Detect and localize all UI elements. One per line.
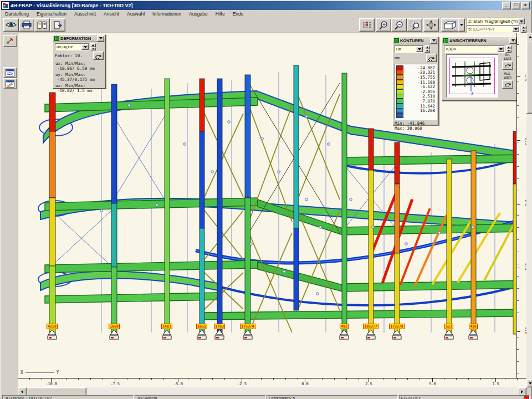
- close-button[interactable]: x: [521, 2, 530, 9]
- legend-color-swatch: [396, 113, 403, 118]
- contour-legend: -24.887 -20.321 -15.755 -11.188: [395, 64, 437, 120]
- arrow-up-icon: [529, 36, 532, 38]
- load-case-combo-arrow[interactable]: [512, 26, 519, 32]
- support-node-label: 1753/4: [240, 324, 255, 329]
- support: 436: [466, 324, 480, 341]
- window-sketch-thumbnail-button[interactable]: [3, 78, 17, 89]
- ansicht-action-button[interactable]: [502, 61, 513, 70]
- deformation-value-row: uy: Min/Max: -45.37/0.175 mm: [55, 73, 104, 82]
- view-eye-button[interactable]: [3, 18, 19, 32]
- exit-button[interactable]: [50, 18, 65, 32]
- legend-row: [396, 113, 435, 118]
- maximize-button[interactable]: □: [511, 2, 520, 9]
- vertical-scroll-thumb[interactable]: [526, 40, 532, 114]
- menubar: DarstellungEigenschaftenAusschnittAnsich…: [1, 10, 531, 17]
- view-preview-thumbnail[interactable]: 2: [446, 54, 498, 98]
- support-node-label: 1669: [109, 324, 120, 329]
- support: 1483: [160, 324, 174, 341]
- app-icon: [2, 2, 9, 9]
- print-button[interactable]: [19, 18, 34, 32]
- status-field: 3D-System: [135, 395, 266, 399]
- pan-button[interactable]: [423, 18, 439, 32]
- menu-item[interactable]: Ende: [229, 11, 248, 17]
- view-combo[interactable]: <3D>: [444, 45, 505, 53]
- legend-row: -24.887: [396, 65, 435, 70]
- load-case-spinner[interactable]: [521, 25, 526, 33]
- minimize-button[interactable]: _: [502, 2, 511, 9]
- panel-icon: [54, 36, 59, 41]
- legend-row: 11.642: [396, 104, 435, 109]
- deformation-panel-titlebar[interactable]: DEFORMATION: [53, 35, 105, 42]
- manual-button[interactable]: [34, 18, 50, 32]
- menu-item[interactable]: Ausgabe: [185, 11, 212, 17]
- result-case-combo[interactable]: 2: Stahl Tragfähigkeit (Th. 2. O: [467, 18, 525, 25]
- ruler-minor-ticks: [517, 33, 519, 378]
- support-symbol-icon: [195, 329, 208, 341]
- display-options-button[interactable]: [359, 18, 375, 32]
- panel-icon: [443, 38, 448, 43]
- konturen-spinner[interactable]: [424, 45, 430, 53]
- menu-item[interactable]: Auswahl: [123, 11, 149, 17]
- panel-icon: [394, 38, 399, 43]
- status-field: EG+P+Y-T: [399, 395, 530, 399]
- menu-item[interactable]: Ansicht: [100, 11, 123, 17]
- status-field: 3D-Rampe - TIO+TIIO V2: [2, 395, 134, 399]
- view-number-label: 2: [471, 91, 473, 96]
- deformation-spinner[interactable]: [90, 43, 96, 50]
- konturen-rollup-button[interactable]: [430, 38, 437, 44]
- legend-row: -15.755: [396, 75, 435, 80]
- menu-item[interactable]: Ausschnitt: [70, 11, 100, 17]
- menu-item[interactable]: Eigenschaften: [33, 11, 70, 17]
- konturen-quantity-combo[interactable]: un: [395, 45, 423, 53]
- support: 1753/4: [241, 324, 255, 341]
- zoom-in-button[interactable]: [376, 18, 391, 32]
- ansicht-rollup-button[interactable]: [509, 38, 516, 44]
- zoom-window-button[interactable]: [407, 18, 422, 32]
- support-symbol-icon: [364, 329, 377, 341]
- unit-label: mm: [395, 55, 400, 60]
- book-icon: [37, 21, 47, 29]
- result-case-combo-arrow[interactable]: [518, 18, 525, 24]
- ansicht-action-button[interactable]: [502, 80, 513, 89]
- view-3d-dropdown-button[interactable]: [458, 18, 465, 32]
- redraw-icon: [6, 37, 14, 45]
- support-symbol-icon: [442, 329, 456, 341]
- konturen-panel-titlebar[interactable]: KONTUREN: [393, 37, 438, 44]
- status-indicator-icon: [524, 396, 529, 399]
- menu-item[interactable]: Informationen: [149, 11, 185, 17]
- view-spinner[interactable]: [506, 45, 511, 53]
- deformation-component-combo[interactable]: ux,uy,uz: [55, 43, 89, 50]
- ansicht-panel-titlebar[interactable]: ANSICHT/EBENEN: [442, 37, 518, 44]
- deformation-rollup-button[interactable]: [97, 35, 104, 42]
- arrow-right-icon: [521, 390, 523, 393]
- zoom-in-icon: [378, 21, 388, 30]
- view-3d-button[interactable]: [441, 18, 459, 32]
- window-sketch-icon: [6, 80, 14, 88]
- legend-row: 7.076: [396, 99, 435, 104]
- support-symbol-icon: [390, 329, 403, 341]
- support: 1651: [195, 324, 209, 341]
- menu-item[interactable]: Hilfe: [212, 11, 229, 17]
- ansicht-action: An- sicht: [502, 53, 513, 70]
- scroll-down-button[interactable]: [526, 379, 532, 387]
- deformation-panel: DEFORMATION ux,uy,uz Faktor: 10.: [53, 34, 106, 89]
- deformation-apply-button[interactable]: [93, 52, 104, 60]
- support-node-label: 1763: [214, 324, 225, 329]
- vertical-scrollbar[interactable]: [526, 33, 532, 387]
- axis-indicator: X Y: [21, 370, 59, 375]
- view-3d-dropdown-icon: [460, 24, 463, 26]
- apply-arrow-icon: [428, 55, 435, 61]
- redraw-button[interactable]: [3, 35, 17, 47]
- horizontal-scrollbar[interactable]: [18, 387, 526, 395]
- scroll-up-button[interactable]: [526, 33, 532, 41]
- pan-icon: [426, 20, 437, 30]
- window-3d-icon: [6, 69, 14, 76]
- menu-item[interactable]: Darstellung: [1, 11, 33, 17]
- axis-line: [25, 372, 54, 373]
- konturen-apply-button[interactable]: [426, 54, 437, 62]
- ansicht-action: Aus- wahl: [502, 71, 513, 89]
- load-case-combo[interactable]: 5: EG+P+Y-T: [467, 25, 520, 33]
- window-3d-thumbnail-button[interactable]: [3, 67, 17, 78]
- zoom-out-button[interactable]: [391, 18, 407, 32]
- support: 1669: [107, 324, 121, 341]
